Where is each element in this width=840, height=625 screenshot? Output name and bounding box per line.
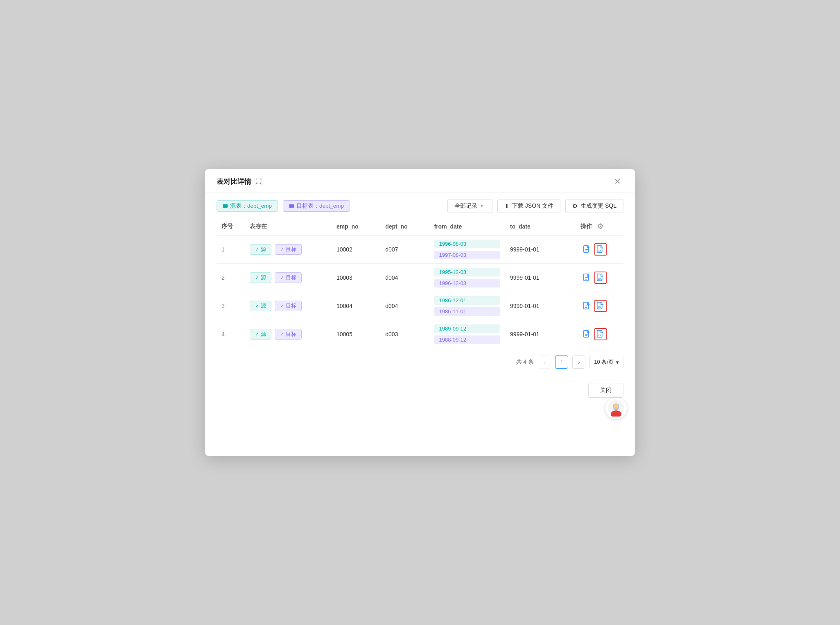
- cell-empno: 10003: [332, 264, 380, 292]
- cell-exist: ✓ 源 ✓ 目标: [245, 292, 332, 320]
- settings-icon[interactable]: ⚙: [597, 222, 603, 231]
- cell-todate: 9999-01-01: [505, 236, 576, 264]
- svg-rect-0: [584, 246, 589, 253]
- source-tag-icon: [223, 204, 228, 208]
- dialog-container: 表对比详情 ⛶ ✕ 源表：dept_emp 目标表：dept_emp 全部记录 …: [205, 169, 635, 456]
- table-wrap: 序号 表存在 emp_no dept_no from_date to_date …: [205, 218, 635, 348]
- prev-page-button[interactable]: ‹: [538, 356, 551, 369]
- sql-file-icon: SQL: [596, 273, 605, 282]
- cell-op: SQL: [576, 236, 623, 264]
- filter-select[interactable]: 全部记录 ▾: [447, 199, 492, 213]
- generate-sql-label: 生成变更 SQL: [580, 202, 616, 210]
- toolbar-right: 全部记录 ▾ ⬇ 下载 JSON 文件 ⚙ 生成变更 SQL: [447, 199, 623, 213]
- source-exist-tag: ✓ 源: [250, 329, 271, 340]
- page-1-button[interactable]: 1: [555, 356, 568, 369]
- col-fromdate: from_date: [429, 218, 505, 236]
- svg-rect-5: [584, 274, 589, 281]
- close-button[interactable]: ✕: [612, 177, 623, 186]
- target-exist-tag: ✓ 目标: [275, 244, 302, 255]
- cell-num: 4: [217, 320, 245, 349]
- check-icon: ✓: [255, 247, 259, 252]
- cell-fromdate: 1989-09-12 1988-09-12: [429, 320, 505, 349]
- generate-row-sql-button[interactable]: SQL: [594, 328, 607, 340]
- title-text: 表对比详情: [217, 177, 251, 186]
- toolbar: 源表：dept_emp 目标表：dept_emp 全部记录 ▾ ⬇ 下载 JSO…: [205, 192, 635, 218]
- generate-sql-button[interactable]: ⚙ 生成变更 SQL: [565, 199, 623, 213]
- cell-num: 2: [217, 264, 245, 292]
- col-todate: to_date: [505, 218, 576, 236]
- page-size-label: 10 条/页: [594, 358, 614, 366]
- svg-rect-15: [584, 331, 589, 337]
- avatar-widget[interactable]: [605, 398, 627, 419]
- cell-fromdate: 1995-12-03 1996-12-03: [429, 264, 505, 292]
- col-deptno: dept_no: [380, 218, 429, 236]
- page-size-select[interactable]: 10 条/页 ▾: [589, 356, 623, 368]
- cell-op: SQL: [576, 292, 623, 320]
- table-row: 1 ✓ 源 ✓ 目标 10002d007 1996-08-03 1997-08-…: [217, 236, 623, 264]
- expand-icon[interactable]: ⛶: [255, 178, 262, 185]
- fromdate-purple-badge: 1997-08-03: [434, 251, 500, 259]
- source-exist-tag: ✓ 源: [250, 244, 271, 255]
- cell-op: SQL: [576, 320, 623, 349]
- cell-todate: 9999-01-01: [505, 264, 576, 292]
- doc-icon: [582, 301, 591, 310]
- table-header-row: 序号 表存在 emp_no dept_no from_date to_date …: [217, 218, 623, 236]
- next-page-button[interactable]: ›: [572, 356, 585, 369]
- target-tag: 目标表：dept_emp: [283, 200, 350, 212]
- check-icon: ✓: [280, 331, 284, 337]
- prev-icon: ‹: [544, 359, 545, 365]
- avatar-icon: [608, 400, 624, 417]
- generate-row-sql-button[interactable]: SQL: [594, 272, 607, 284]
- fromdate-green-badge: 1995-12-03: [434, 268, 500, 276]
- col-op: 操作 ⚙: [576, 218, 623, 235]
- svg-rect-10: [584, 302, 589, 309]
- check-icon: ✓: [280, 247, 284, 252]
- view-doc-button[interactable]: [580, 300, 593, 312]
- cell-op: SQL: [576, 264, 623, 292]
- dialog-title: 表对比详情 ⛶: [217, 177, 262, 186]
- comparison-table: 序号 表存在 emp_no dept_no from_date to_date …: [217, 218, 623, 348]
- source-tag: 源表：dept_emp: [217, 200, 278, 212]
- footer-close-button[interactable]: 关闭: [588, 383, 623, 398]
- doc-icon: [582, 245, 591, 254]
- svg-text:SQL: SQL: [598, 278, 602, 280]
- check-icon: ✓: [255, 303, 259, 309]
- cell-todate: 9999-01-01: [505, 320, 576, 349]
- view-doc-button[interactable]: [580, 243, 593, 256]
- cell-empno: 10002: [332, 236, 380, 264]
- download-icon: ⬇: [504, 203, 509, 209]
- total-count: 共 4 条: [516, 358, 534, 366]
- download-json-button[interactable]: ⬇ 下载 JSON 文件: [497, 199, 560, 213]
- fromdate-purple-badge: 1988-09-12: [434, 335, 500, 344]
- svg-text:SQL: SQL: [598, 334, 602, 337]
- cell-deptno: d007: [380, 236, 429, 264]
- cell-empno: 10004: [332, 292, 380, 320]
- table-row: 4 ✓ 源 ✓ 目标 10005d003 1989-09-12 1988-09-…: [217, 320, 623, 349]
- view-doc-button[interactable]: [580, 272, 593, 284]
- cell-todate: 9999-01-01: [505, 292, 576, 320]
- check-icon: ✓: [280, 303, 284, 309]
- fromdate-purple-badge: 1986-11-01: [434, 307, 500, 316]
- source-exist-tag: ✓ 源: [250, 272, 271, 283]
- sql-file-icon: SQL: [596, 245, 605, 254]
- page-size-chevron-icon: ▾: [616, 359, 619, 365]
- cell-deptno: d004: [380, 264, 429, 292]
- svg-text:SQL: SQL: [598, 249, 602, 252]
- generate-row-sql-button[interactable]: SQL: [594, 300, 607, 312]
- fromdate-green-badge: 1986-12-01: [434, 296, 500, 305]
- target-tag-icon: [289, 204, 294, 208]
- sql-file-icon: SQL: [596, 330, 605, 339]
- view-doc-button[interactable]: [580, 328, 593, 340]
- cell-exist: ✓ 源 ✓ 目标: [245, 320, 332, 349]
- cell-deptno: d003: [380, 320, 429, 349]
- check-icon: ✓: [255, 331, 259, 337]
- cell-empno: 10005: [332, 320, 380, 349]
- target-tag-label: 目标表：dept_emp: [296, 202, 344, 210]
- cell-num: 1: [217, 236, 245, 264]
- pagination: 共 4 条 ‹ 1 › 10 条/页 ▾: [205, 348, 635, 377]
- check-icon: ✓: [255, 275, 259, 281]
- download-json-label: 下载 JSON 文件: [512, 202, 553, 210]
- filter-label: 全部记录: [454, 202, 477, 210]
- source-tag-label: 源表：dept_emp: [230, 202, 272, 210]
- generate-row-sql-button[interactable]: SQL: [594, 243, 607, 256]
